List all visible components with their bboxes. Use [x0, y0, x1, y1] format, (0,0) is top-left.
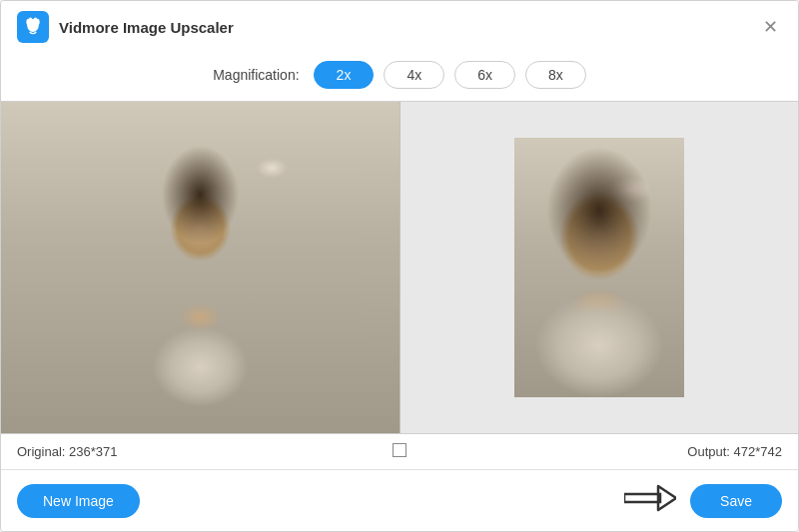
magnification-4x[interactable]: 4x [384, 61, 444, 89]
magnification-2x[interactable]: 2x [314, 61, 375, 89]
svg-rect-5 [624, 494, 660, 502]
save-button[interactable]: Save [690, 484, 782, 518]
title-bar-left: Vidmore Image Upscaler [17, 11, 234, 43]
output-dimensions: Output: 472*742 [400, 444, 782, 459]
title-bar: Vidmore Image Upscaler ✕ [1, 1, 798, 53]
output-image-panel [400, 102, 799, 433]
info-bar: Original: 236*371 Output: 472*742 [1, 434, 798, 469]
magnification-label: Magnification: [213, 67, 299, 83]
output-image [514, 138, 684, 397]
svg-point-4 [34, 17, 37, 21]
close-button[interactable]: ✕ [759, 14, 782, 40]
magnification-bar: Magnification: 2x 4x 6x 8x [1, 53, 798, 101]
original-image [1, 102, 400, 433]
original-image-panel [1, 102, 400, 433]
original-dimensions: Original: 236*371 [17, 444, 400, 459]
arrow-icon [624, 482, 676, 519]
app-title: Vidmore Image Upscaler [59, 19, 234, 36]
bottom-bar: New Image Save [1, 469, 798, 531]
app-window: Vidmore Image Upscaler ✕ Magnification: … [0, 0, 799, 532]
image-comparison-area [1, 101, 798, 434]
bottom-right-actions: Save [624, 482, 782, 519]
svg-point-3 [29, 17, 32, 21]
app-icon [17, 11, 49, 43]
new-image-button[interactable]: New Image [17, 484, 140, 518]
resize-handle-icon [393, 443, 406, 461]
magnification-8x[interactable]: 8x [525, 61, 586, 89]
magnification-6x[interactable]: 6x [454, 61, 515, 89]
